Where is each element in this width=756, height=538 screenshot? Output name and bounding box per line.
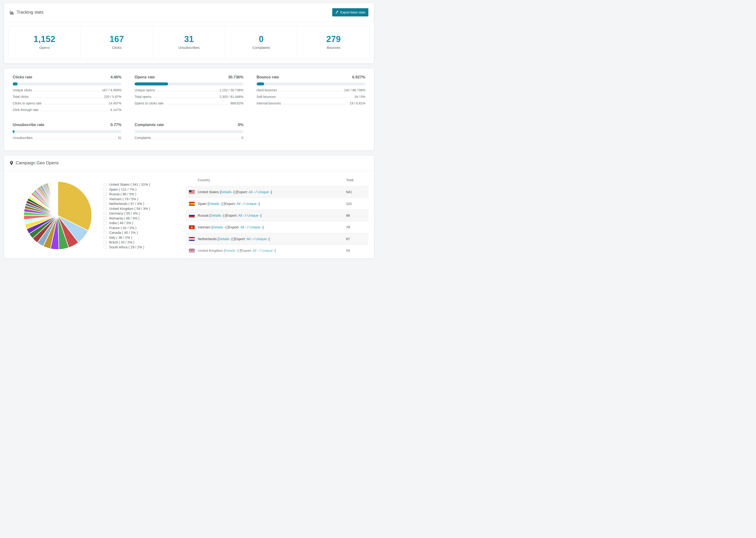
- export-unique-link[interactable]: Unique ›: [245, 202, 259, 206]
- stat-line: Opens to clicks rate689.82%: [135, 101, 243, 108]
- stat-line-label: Click through rate: [13, 108, 38, 112]
- bar-chart-icon: [10, 10, 14, 15]
- export-unique-link[interactable]: Unique ›: [255, 237, 269, 241]
- tracking-stats-card: Tracking stats Export basic stats 1,152 …: [4, 3, 374, 64]
- slash: /: [246, 225, 249, 229]
- legend-swatch: [104, 188, 107, 191]
- geo-table-header-total: Total: [346, 178, 368, 182]
- legend-label: Brazil ( 33 / 2% ): [109, 241, 134, 244]
- details-link[interactable]: Details ›: [209, 202, 222, 206]
- country-name: Netherlands: [198, 237, 218, 241]
- stat-card-clicks: 167 Clicks: [81, 26, 153, 59]
- bracket: ]: [261, 213, 261, 217]
- geo-table-row: Spain [Details ›] [Export: All › / Uniqu…: [186, 198, 368, 209]
- bracket: ] [: [234, 190, 237, 194]
- complaints-rate-bar: [135, 130, 243, 133]
- export-all-link[interactable]: All ›: [252, 248, 258, 252]
- details-link[interactable]: Details ›: [212, 225, 225, 229]
- export-unique-link[interactable]: Unique ›: [249, 225, 263, 229]
- legend-swatch: [104, 193, 107, 196]
- legend-item: United Kingdom ( 59 / 3% ): [104, 206, 186, 211]
- geo-country-cell: Russia [Details ›] [Export: All › / Uniq…: [186, 213, 346, 217]
- export-label: Export:: [235, 237, 246, 241]
- export-all-link[interactable]: All ›: [237, 202, 243, 206]
- complaints-count: 0: [227, 34, 296, 44]
- stat-line-label: Total opens: [135, 95, 151, 99]
- clicks-rate-title: Clicks rate: [13, 75, 32, 79]
- bracket: ]: [269, 237, 270, 241]
- stat-line-label: Unsubscribes: [13, 136, 33, 140]
- complaints-rate-title: Complaints rate: [135, 123, 164, 127]
- details-link[interactable]: Details ›: [225, 248, 238, 252]
- export-button-label: Export basic stats: [340, 11, 365, 14]
- details-link[interactable]: Details ›: [219, 237, 232, 241]
- legend-swatch: [104, 217, 107, 220]
- stat-line-label: Complaints: [135, 136, 151, 140]
- export-all-link[interactable]: All ›: [241, 225, 246, 229]
- legend-label: India ( 46 / 3% ): [109, 221, 133, 225]
- stat-line-value: 689.82%: [230, 101, 243, 105]
- unsubscribe-rate-title: Unsubscribe rate: [13, 123, 44, 127]
- stat-card-unsubscribes: 31 Unsubscribes: [153, 26, 225, 59]
- export-unique-link[interactable]: Unique ›: [247, 213, 261, 217]
- nl-flag-icon: [189, 237, 195, 241]
- export-label: Export:: [225, 202, 237, 206]
- stat-line-label: Unique clicks: [13, 88, 32, 92]
- dotted-leader: [157, 91, 217, 91]
- complaints-label: Complaints: [227, 45, 296, 50]
- opens-count: 1,152: [10, 34, 79, 44]
- rates-grid-empty-cell: [257, 123, 365, 142]
- bracket: ] [: [223, 213, 226, 217]
- legend-swatch: [104, 183, 107, 186]
- complaints-rate-rows: Complaints0: [135, 136, 243, 142]
- clicks-rate-rows: Unique clicks167 / 4.456%Total clicks220…: [13, 88, 121, 115]
- slash: /: [255, 190, 258, 194]
- stat-line-label: Opens to clicks rate: [135, 101, 163, 105]
- export-basic-stats-button[interactable]: Export basic stats: [332, 8, 368, 17]
- geo-country-cell: United States [Details ›] [Export: All ›…: [186, 190, 346, 194]
- campaign-geo-opens-card: Campaign Geo Opens United States ( 541 /…: [4, 155, 374, 259]
- stat-card-complaints: 0 Complaints: [225, 26, 297, 59]
- details-link[interactable]: Details ›: [210, 213, 223, 217]
- export-all-link[interactable]: All ›: [246, 237, 253, 241]
- stat-line-label: Hard bounces: [257, 88, 277, 92]
- legend-label: Russia ( 86 / 5% ): [109, 192, 136, 196]
- stat-line-value: 1,152 / 30.736%: [220, 88, 243, 92]
- legend-swatch: [104, 197, 107, 200]
- geo-total-value: 541: [346, 190, 368, 194]
- geo-table-row: United States [Details ›] [Export: All ›…: [186, 186, 368, 198]
- export-label: Export:: [241, 248, 253, 252]
- export-label: Export:: [229, 225, 241, 229]
- clicks-label: Clicks: [82, 45, 151, 50]
- stat-line: Unique clicks167 / 4.456%: [13, 88, 121, 95]
- export-unique-link[interactable]: Unique ›: [261, 248, 275, 252]
- details-link[interactable]: Details ›: [221, 190, 234, 194]
- stat-line-value: 0: [242, 136, 243, 140]
- legend-item: India ( 46 / 3% ): [104, 221, 186, 226]
- stat-line: Internal bounces19 / 6.81%: [257, 101, 365, 108]
- es-flag-icon: [189, 202, 195, 206]
- legend-swatch: [104, 202, 107, 205]
- export-unique-link[interactable]: Unique ›: [257, 190, 271, 194]
- legend-swatch: [104, 226, 107, 229]
- stat-line-label: Total clicks: [13, 95, 28, 99]
- clicks-rate-bar: [13, 82, 121, 85]
- export-all-link[interactable]: All ›: [249, 190, 255, 194]
- page: Tracking stats Export basic stats 1,152 …: [0, 0, 378, 259]
- stat-line-label: Soft bounces: [257, 95, 276, 99]
- legend-item: Vietnam ( 79 / 5% ): [104, 197, 186, 202]
- geo-total-value: 59: [346, 248, 368, 252]
- bracket: ] [: [238, 248, 241, 252]
- gb-flag-icon: [189, 249, 195, 252]
- geo-country-text: Russia [Details ›] [Export: All › / Uniq…: [198, 213, 261, 217]
- dotted-leader: [41, 111, 108, 111]
- tracking-stats-header: Tracking stats Export basic stats: [4, 3, 374, 22]
- export-all-link[interactable]: All ›: [238, 213, 244, 217]
- country-name: Russia: [198, 213, 209, 217]
- geo-table-row: United Kingdom [Details ›] [Export: All …: [186, 244, 368, 256]
- geo-table-header-row: CountryTotal: [186, 174, 368, 186]
- stat-card-bounces: 279 Bounces: [297, 26, 369, 59]
- opens-rate-rows: Unique opens1,152 / 30.736%Total opens2,…: [135, 88, 243, 108]
- stat-line-value: 14.497%: [108, 101, 121, 105]
- legend-item: Italy ( 36 / 2% ): [104, 235, 186, 240]
